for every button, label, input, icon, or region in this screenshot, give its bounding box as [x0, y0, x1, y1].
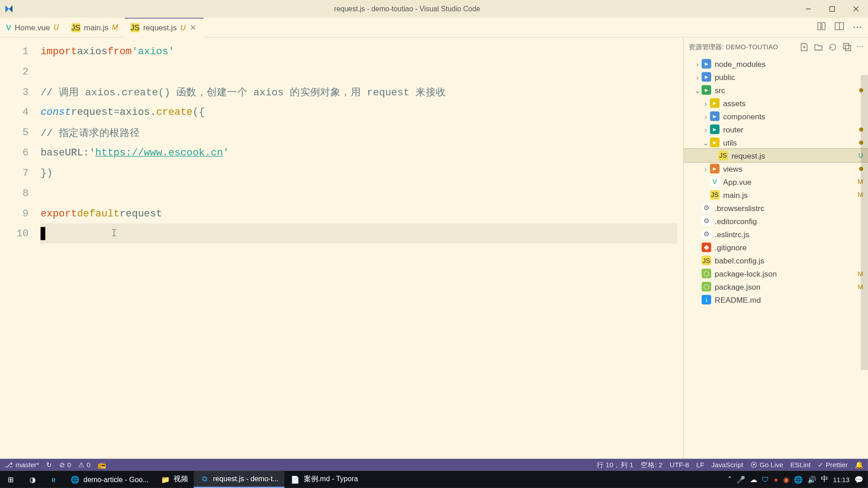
scrollbar-thumb[interactable]: [861, 75, 868, 370]
pkg-icon: ⬡: [702, 282, 711, 291]
tree-item-label: package-lock.json: [715, 269, 777, 278]
radio-icon[interactable]: 📻: [98, 460, 106, 469]
tree-item-node-modules[interactable]: ▸node_modules: [684, 57, 868, 70]
svg-rect-6: [844, 43, 849, 49]
new-file-icon[interactable]: [799, 42, 809, 53]
tree-item-label: package.json: [715, 282, 760, 291]
indentation[interactable]: 空格: 2: [641, 460, 663, 469]
cortana-icon[interactable]: ◑: [21, 471, 42, 488]
cursor-position[interactable]: 行 10，列 1: [597, 460, 633, 469]
eslint-status[interactable]: ESLint: [790, 461, 811, 469]
tray-defender-icon[interactable]: 🛡: [762, 475, 769, 483]
tab-home-vue[interactable]: V Home.vue U: [0, 18, 66, 38]
taskbar-folder[interactable]: 📁视频: [155, 471, 194, 488]
more-icon[interactable]: ⋯: [857, 42, 863, 53]
tree-item-label: README.md: [715, 295, 761, 304]
go-live[interactable]: ⦿ Go Live: [750, 461, 783, 469]
line-number: 5: [0, 122, 41, 142]
new-folder-icon[interactable]: [814, 42, 823, 53]
tree-item-components[interactable]: ▸components: [684, 110, 868, 123]
close-button[interactable]: [844, 0, 868, 18]
tray-volume-icon[interactable]: 🔊: [807, 475, 816, 483]
tab-label: Home.vue: [15, 23, 50, 32]
refresh-icon[interactable]: [828, 42, 838, 53]
sync-icon[interactable]: ↻: [46, 460, 52, 469]
chevron-icon: [702, 138, 710, 147]
minimize-button[interactable]: [797, 0, 821, 18]
code-line[interactable]: // 调用 axios.create() 函数，创建一个 axios 的实例对象…: [41, 82, 683, 102]
eol[interactable]: LF: [696, 461, 704, 469]
tab-main-js[interactable]: JS main.js M: [66, 18, 125, 38]
tray-onedrive-icon[interactable]: ☁: [750, 475, 757, 483]
tray-mic-icon[interactable]: 🎤: [736, 475, 745, 483]
tab-close-icon[interactable]: ✕: [189, 23, 197, 32]
problems-errors[interactable]: ⊘ 0: [59, 460, 71, 469]
tree-item-public[interactable]: ▸public: [684, 70, 868, 84]
code-line[interactable]: I: [41, 223, 677, 244]
title-bar: request.js - demo-toutiao - Visual Studi…: [0, 0, 868, 18]
more-actions-icon[interactable]: ⋯: [853, 21, 862, 33]
folder-y-icon: ▸: [710, 99, 719, 108]
tree-item-app-vue[interactable]: VApp.vueM: [684, 175, 868, 188]
js-icon: JS: [710, 190, 719, 200]
git-branch[interactable]: ⎇ master*: [5, 460, 39, 469]
taskbar-chrome[interactable]: 🌐demo-article - Goo...: [64, 471, 155, 488]
taskbar-typora[interactable]: 📄案例.md - Typora: [285, 471, 364, 488]
tree-item-label: main.js: [723, 190, 747, 199]
js-icon: JS: [702, 256, 711, 265]
code-line[interactable]: }): [41, 163, 683, 183]
code-line[interactable]: baseURL: 'https://www.escook.cn': [41, 142, 683, 163]
taskbar-vscode[interactable]: ⧉request.js - demo-t...: [194, 471, 284, 488]
notifications-icon[interactable]: 🔔: [855, 460, 863, 469]
maximize-button[interactable]: [820, 0, 844, 18]
code-line[interactable]: // 指定请求的根路径: [41, 122, 683, 142]
notification-center-icon[interactable]: 💬: [854, 475, 863, 483]
tree-item-src[interactable]: ▸src: [684, 84, 868, 97]
tree-item-readme-md[interactable]: iREADME.md: [684, 293, 868, 306]
tree-item-views[interactable]: ▸views: [684, 162, 868, 175]
start-button[interactable]: ⊞: [0, 471, 21, 488]
tray-bandicam-icon[interactable]: ◉: [783, 475, 789, 483]
code-line[interactable]: [41, 61, 683, 82]
chevron-icon: [702, 164, 710, 173]
tray-record-icon[interactable]: ●: [774, 475, 778, 483]
clock[interactable]: 11:13: [833, 476, 849, 483]
tree-item-label: node_modules: [715, 59, 765, 68]
edge-icon[interactable]: e: [43, 471, 64, 488]
tree-item--eslintrc-js[interactable]: ⚙.eslintrc.js: [684, 228, 868, 241]
tree-item--browserslistrc[interactable]: ⚙.browserslistrc: [684, 202, 868, 215]
git-icon: ◆: [702, 243, 711, 252]
svg-rect-1: [830, 7, 835, 12]
encoding[interactable]: UTF-8: [670, 461, 689, 469]
code-line[interactable]: import axios from 'axios': [41, 41, 683, 61]
windows-taskbar: ⊞ ◑ e 🌐demo-article - Goo... 📁视频 ⧉reques…: [0, 471, 868, 488]
tree-item-package-json[interactable]: ⬡package.jsonM: [684, 280, 868, 293]
tree-item-package-lock-json[interactable]: ⬡package-lock.jsonM: [684, 267, 868, 280]
split-editor-icon[interactable]: [835, 21, 844, 33]
ime-indicator[interactable]: 中: [821, 474, 828, 484]
tree-item-utils[interactable]: ▸utils: [684, 136, 868, 149]
code-line[interactable]: export default request: [41, 203, 683, 224]
vue-icon: V: [6, 23, 11, 32]
tree-item-main-js[interactable]: JSmain.jsM: [684, 188, 868, 202]
tab-request-js[interactable]: JS request.js U ✕: [125, 18, 204, 38]
conf-icon: ⚙: [702, 230, 711, 239]
language-mode[interactable]: JavaScript: [712, 461, 744, 469]
problems-warnings[interactable]: ⚠ 0: [78, 460, 90, 469]
compare-changes-icon[interactable]: [816, 21, 826, 33]
tree-item-router[interactable]: ▸router: [684, 123, 868, 136]
tray-chevron-icon[interactable]: ˄: [728, 475, 731, 483]
chevron-icon: [693, 72, 702, 81]
code-editor[interactable]: 12345678910 import axios from 'axios'// …: [0, 38, 683, 459]
tree-item-babel-config-js[interactable]: JSbabel.config.js: [684, 254, 868, 267]
tree-item--editorconfig[interactable]: ⚙.editorconfig: [684, 215, 868, 228]
code-line[interactable]: const request = axios.create({: [41, 102, 683, 122]
tree-item--gitignore[interactable]: ◆.gitignore: [684, 241, 868, 254]
collapse-all-icon[interactable]: [842, 42, 852, 53]
tree-item-request-js[interactable]: JSrequest.jsU: [684, 149, 868, 162]
tree-item-label: src: [715, 85, 725, 94]
prettier-status[interactable]: ✓ Prettier: [818, 460, 848, 469]
tree-item-assets[interactable]: ▸assets: [684, 97, 868, 110]
tray-network-icon[interactable]: 🌐: [794, 475, 803, 483]
code-line[interactable]: [41, 183, 683, 203]
